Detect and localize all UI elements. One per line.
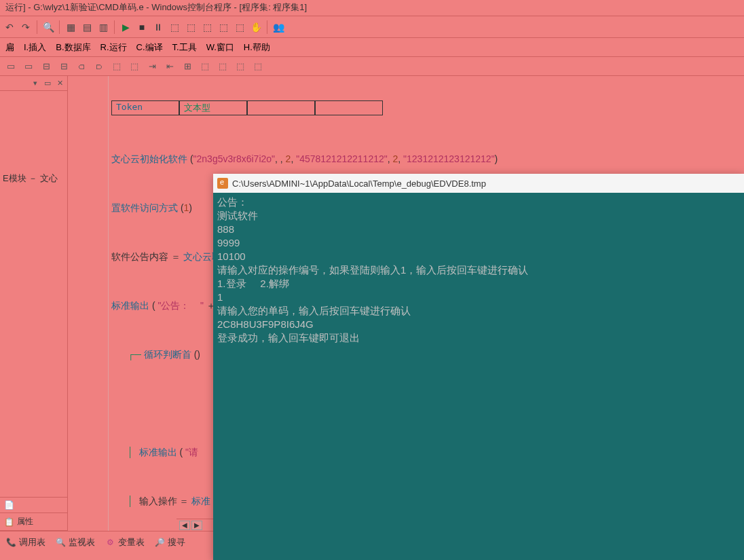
menu-bar: 扁 I.插入 B.数据库 R.运行 C.编译 T.工具 W.窗口 H.帮助 — [0, 38, 744, 57]
tab-watch[interactable]: 🔍 监视表 — [55, 536, 95, 548]
panel-top-bar: ▾ ▭ ✕ — [0, 76, 67, 91]
console-output: 公告： 测试软件 888 9999 10100 请输入对应的操作编号，如果登陆则… — [213, 193, 744, 348]
separator — [114, 20, 115, 34]
tool-icon-1[interactable]: ▭ — [4, 60, 18, 73]
stop-icon[interactable]: ■ — [135, 20, 149, 34]
vars-icon: ⚙ — [105, 537, 115, 548]
tool-icon-11[interactable]: ⊞ — [181, 60, 194, 73]
var-empty-cell-1[interactable] — [247, 100, 315, 115]
tab-search[interactable]: 🔎 搜寻 — [154, 536, 185, 548]
layout1-icon[interactable]: ▦ — [64, 20, 77, 34]
app-icon — [217, 178, 228, 189]
tool-icon-9[interactable]: ⇥ — [145, 60, 159, 73]
tool-icon-3[interactable]: ⊟ — [39, 60, 53, 73]
tool-icon-15[interactable]: ⬚ — [251, 60, 265, 73]
list-icon: 📋 — [4, 517, 14, 527]
watch-label: 监视表 — [69, 536, 95, 548]
redo-icon[interactable]: ↷ — [19, 20, 33, 34]
side-panel: ▾ ▭ ✕ E模块 － 文心 📄 📋 属性 — [0, 76, 68, 531]
code-line: 文心云初始化软件 ("2n3g5v3r8x6i7i2o", , 2, "4578… — [109, 151, 744, 167]
panel-close-icon[interactable]: ✕ — [55, 79, 64, 88]
layout2-icon[interactable]: ▤ — [80, 20, 94, 34]
module-icon[interactable]: 👥 — [272, 20, 285, 34]
layout3-icon[interactable]: ▥ — [96, 20, 110, 34]
find-icon[interactable]: 🔍 — [41, 20, 55, 34]
var-name-cell[interactable]: Token — [111, 100, 179, 115]
run-icon[interactable]: ▶ — [119, 20, 132, 34]
debug-console-window[interactable]: C:\Users\ADMINI~1\AppData\Local\Temp\e_d… — [213, 174, 744, 560]
console-title-bar[interactable]: C:\Users\ADMINI~1\AppData\Local\Temp\e_d… — [213, 174, 744, 193]
watch-icon: 🔍 — [55, 537, 66, 548]
step1-icon[interactable]: ⬚ — [168, 20, 181, 34]
tool-icon-7[interactable]: ⬚ — [110, 60, 124, 73]
hand-icon[interactable]: ✋ — [249, 20, 263, 34]
breakpoint-icon[interactable]: ⬚ — [233, 20, 246, 34]
undo-icon[interactable]: ↶ — [3, 20, 16, 34]
var-table-row: Token 文本型 — [111, 100, 744, 115]
tool-icon-6[interactable]: ⫐ — [92, 60, 106, 73]
separator — [267, 20, 267, 34]
tool-icon-4[interactable]: ⊟ — [57, 60, 71, 73]
gutter — [68, 76, 109, 531]
step2-icon[interactable]: ⬚ — [184, 20, 198, 34]
menu-edit[interactable]: 扁 — [5, 41, 14, 54]
console-title-text: C:\Users\ADMINI~1\AppData\Local\Temp\e_d… — [232, 179, 486, 189]
side-module-label: E模块 － 文心 — [0, 91, 67, 187]
call-table-label: 调用表 — [19, 536, 45, 548]
step4-icon[interactable]: ⬚ — [217, 20, 230, 34]
pause-icon[interactable]: ⏸ — [151, 20, 165, 34]
step3-icon[interactable]: ⬚ — [200, 20, 214, 34]
search-label: 搜寻 — [168, 536, 185, 548]
var-type-cell[interactable]: 文本型 — [179, 100, 247, 115]
side-tab-properties[interactable]: 📋 属性 — [0, 513, 67, 531]
side-bottom-tabs: 📄 📋 属性 — [0, 497, 67, 531]
sub-toolbar: ▭ ▭ ⊟ ⊟ ⫏ ⫐ ⬚ ⬚ ⇥ ⇤ ⊞ ⬚ ⬚ ⬚ ⬚ — [0, 57, 744, 76]
tool-icon-13[interactable]: ⬚ — [216, 60, 229, 73]
tool-icon-8[interactable]: ⬚ — [128, 60, 141, 73]
menu-database[interactable]: B.数据库 — [56, 41, 90, 54]
var-empty-cell-2[interactable] — [315, 100, 383, 115]
tool-icon-14[interactable]: ⬚ — [234, 60, 247, 73]
tab-prop-label: 属性 — [17, 516, 33, 527]
tab-call-table[interactable]: 📞 调用表 — [5, 536, 45, 548]
menu-window[interactable]: W.窗口 — [206, 41, 234, 54]
scroll-left-icon[interactable]: ◀ — [179, 521, 190, 530]
panel-pin-icon[interactable]: ▭ — [43, 79, 52, 88]
scroll-right-icon[interactable]: ▶ — [191, 521, 202, 530]
tool-icon-12[interactable]: ⬚ — [198, 60, 212, 73]
toolbar-main: ↶ ↷ 🔍 ▦ ▤ ▥ ▶ ■ ⏸ ⬚ ⬚ ⬚ ⬚ ⬚ ✋ 👥 — [0, 16, 744, 38]
menu-insert[interactable]: I.插入 — [24, 41, 46, 54]
panel-min-icon[interactable]: ▾ — [31, 79, 40, 88]
menu-run[interactable]: R.运行 — [100, 41, 127, 54]
tool-icon-2[interactable]: ▭ — [22, 60, 35, 73]
side-tab-icon-a[interactable]: 📄 — [0, 498, 67, 513]
tool-icon-5[interactable]: ⫏ — [75, 60, 88, 73]
window-title: 运行] - G:\wlyz\1新验证\CMD单码.e - Windows控制台程… — [5, 2, 307, 12]
vars-label: 变量表 — [118, 536, 145, 548]
menu-help[interactable]: H.帮助 — [244, 41, 270, 54]
separator — [59, 20, 60, 34]
separator — [37, 20, 37, 34]
search-icon: 🔎 — [154, 537, 165, 548]
tab-vars[interactable]: ⚙ 变量表 — [105, 536, 145, 548]
menu-tools[interactable]: T.工具 — [172, 41, 197, 54]
call-table-icon: 📞 — [5, 537, 16, 548]
title-bar: 运行] - G:\wlyz\1新验证\CMD单码.e - Windows控制台程… — [0, 0, 744, 16]
menu-compile[interactable]: C.编译 — [136, 41, 163, 54]
tool-icon-10[interactable]: ⇤ — [163, 60, 176, 73]
